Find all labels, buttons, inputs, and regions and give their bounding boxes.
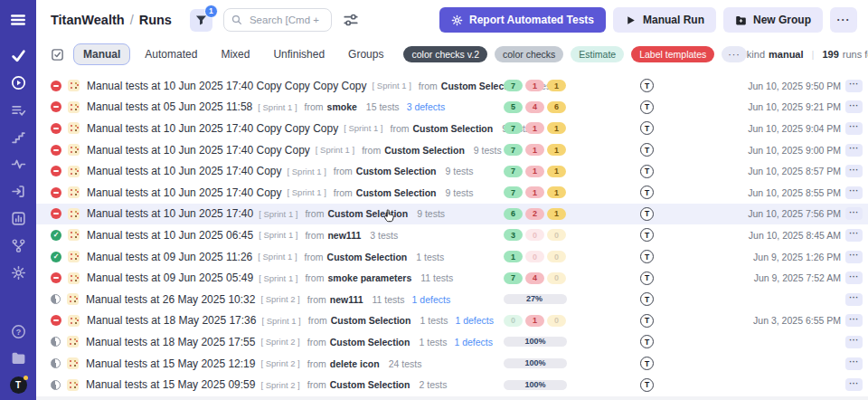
tab-unfinished[interactable]: Unfinished — [264, 44, 334, 64]
author-avatar[interactable]: T — [640, 271, 654, 285]
manual-run-button[interactable]: Manual Run — [613, 7, 716, 33]
run-defects-link[interactable]: 1 defects — [455, 315, 494, 326]
row-more-button[interactable]: ··· — [845, 207, 863, 220]
topbar-more-button[interactable]: ··· — [830, 7, 857, 33]
author-avatar[interactable]: T — [640, 186, 654, 199]
run-title[interactable]: Manual tests at 05 Jun 2025 11:58 — [87, 100, 252, 113]
row-more-button[interactable]: ··· — [845, 271, 863, 284]
run-row[interactable]: Manual tests at 26 May 2025 10:32 [ Spri… — [36, 289, 868, 310]
activity-icon[interactable] — [11, 157, 26, 172]
row-more-button[interactable]: ··· — [845, 122, 863, 135]
row-more-button[interactable]: ··· — [845, 378, 863, 391]
row-more-button[interactable]: ··· — [845, 229, 863, 242]
run-defects-link[interactable]: 3 defects — [407, 101, 446, 112]
row-more-button[interactable]: ··· — [845, 293, 863, 306]
run-row[interactable]: Manual tests at 18 May 2025 17:36 [ Spri… — [36, 310, 868, 332]
run-title[interactable]: Manual tests at 10 Jun 2025 17:40 Copy C… — [87, 122, 338, 135]
row-more-button[interactable]: ··· — [845, 80, 863, 92]
run-title[interactable]: Manual tests at 10 Jun 2025 17:40 Copy C… — [87, 144, 310, 157]
run-title[interactable]: Manual tests at 18 May 2025 17:36 — [87, 314, 256, 327]
bar-chart-icon[interactable] — [11, 211, 26, 226]
row-more-button[interactable]: ··· — [845, 165, 863, 177]
filter-chip[interactable]: color checks — [495, 46, 563, 62]
author-avatar[interactable]: T — [640, 207, 654, 221]
search-box[interactable] — [223, 8, 332, 32]
tab-automated[interactable]: Automated — [136, 44, 206, 64]
workspace-logo[interactable]: T — [10, 376, 27, 394]
row-more-button[interactable]: ··· — [845, 144, 863, 157]
select-all-icon[interactable] — [51, 48, 64, 62]
run-defects-link[interactable]: 1 defects — [412, 294, 451, 305]
run-row[interactable]: Manual tests at 10 Jun 2025 17:40 Copy C… — [36, 118, 868, 139]
author-avatar[interactable]: T — [640, 292, 654, 306]
branch-icon[interactable] — [11, 238, 26, 253]
tab-groups[interactable]: Groups — [339, 44, 392, 64]
play-circle-icon[interactable] — [11, 75, 26, 90]
author-avatar[interactable]: T — [640, 165, 654, 178]
steps-icon[interactable] — [11, 129, 26, 145]
project-name[interactable]: TitanWealth — [51, 13, 125, 27]
run-row[interactable]: Manual tests at 10 Jun 2025 06:45 [ Spri… — [36, 224, 868, 246]
row-more-button[interactable]: ··· — [845, 314, 863, 327]
filter-chip[interactable]: Estimate — [571, 46, 624, 62]
topbar: TitanWealth/Runs 1 Report Automated Test… — [36, 0, 868, 40]
tab-mixed[interactable]: Mixed — [212, 44, 259, 64]
author-avatar[interactable]: T — [640, 357, 654, 370]
run-defects-link[interactable]: 1 defects — [454, 337, 493, 348]
menu-icon[interactable] — [10, 12, 26, 28]
filter-chip[interactable]: color checks v.2 — [403, 46, 487, 62]
failed-pill: 4 — [525, 101, 544, 113]
row-more-button[interactable]: ··· — [845, 251, 863, 263]
author-avatar[interactable]: T — [640, 121, 654, 135]
gear-icon[interactable] — [11, 265, 26, 281]
run-row[interactable]: Manual tests at 10 Jun 2025 17:40 Copy C… — [36, 139, 868, 161]
run-row[interactable]: Manual tests at 05 Jun 2025 11:58 [ Spri… — [36, 97, 868, 119]
run-title[interactable]: Manual tests at 15 May 2025 12:19 — [86, 357, 255, 370]
import-icon[interactable] — [11, 184, 26, 199]
report-automated-tests-button[interactable]: Report Automated Tests — [439, 7, 606, 33]
author-avatar[interactable]: T — [640, 378, 654, 392]
passed-pill: 7 — [504, 122, 523, 134]
author-avatar[interactable]: T — [640, 250, 654, 263]
run-title[interactable]: Manual tests at 10 Jun 2025 17:40 Copy C… — [87, 80, 367, 92]
row-more-button[interactable]: ··· — [845, 336, 863, 348]
run-row[interactable]: Manual tests at 10 Jun 2025 17:40 Copy [… — [36, 182, 868, 204]
author-avatar[interactable]: T — [640, 79, 654, 92]
author-avatar[interactable]: T — [640, 143, 654, 157]
author-avatar[interactable]: T — [640, 335, 654, 348]
new-group-button[interactable]: New Group — [723, 7, 823, 33]
run-row[interactable]: Manual tests at 10 Jun 2025 17:40 Copy [… — [36, 160, 868, 182]
author-avatar[interactable]: T — [640, 314, 654, 328]
filter-chip[interactable]: Label templates — [631, 46, 714, 62]
filter-chip[interactable]: ··· — [722, 46, 747, 62]
run-row[interactable]: Manual tests at 15 May 2025 12:19 [ Spri… — [36, 353, 868, 375]
author-avatar[interactable]: T — [640, 228, 654, 242]
run-title[interactable]: Manual tests at 10 Jun 2025 17:40 — [87, 207, 253, 220]
check-icon[interactable] — [11, 48, 26, 63]
author-avatar[interactable]: T — [640, 100, 654, 114]
run-row[interactable]: Manual tests at 09 Jun 2025 11:26 [ Spri… — [36, 246, 868, 268]
run-row[interactable]: Manual tests at 15 May 2025 09:59 [ Spri… — [36, 374, 868, 395]
run-title[interactable]: Manual tests at 15 May 2025 09:59 — [86, 378, 255, 391]
run-title[interactable]: Manual tests at 10 Jun 2025 17:40 Copy — [87, 165, 281, 177]
folder-icon[interactable] — [11, 350, 26, 366]
row-more-button[interactable]: ··· — [845, 357, 863, 370]
tab-manual[interactable]: Manual — [73, 43, 130, 65]
run-title[interactable]: Manual tests at 10 Jun 2025 17:40 Copy — [87, 186, 281, 199]
run-title[interactable]: Manual tests at 09 Jun 2025 05:49 — [87, 271, 253, 284]
row-more-button[interactable]: ··· — [845, 100, 863, 113]
run-title[interactable]: Manual tests at 18 May 2025 17:55 — [86, 336, 255, 348]
run-row[interactable]: Manual tests at 09 Jun 2025 05:49 [ Spri… — [36, 267, 868, 289]
run-title[interactable]: Manual tests at 10 Jun 2025 06:45 — [87, 229, 253, 242]
search-input[interactable] — [248, 14, 324, 26]
view-settings-button[interactable] — [343, 12, 359, 28]
run-row[interactable]: Manual tests at 10 Jun 2025 17:40 [ Spri… — [36, 204, 868, 225]
run-title[interactable]: Manual tests at 09 Jun 2025 11:26 — [87, 251, 252, 263]
row-more-button[interactable]: ··· — [845, 186, 863, 199]
run-row[interactable]: Manual tests at 10 Jun 2025 17:40 Copy C… — [36, 75, 868, 97]
list-check-icon[interactable] — [11, 102, 26, 118]
run-row[interactable]: Manual tests at 18 May 2025 17:55 [ Spri… — [36, 331, 868, 353]
run-title[interactable]: Manual tests at 26 May 2025 10:32 — [86, 293, 255, 306]
filter-button[interactable]: 1 — [190, 9, 212, 32]
help-icon[interactable]: ? — [11, 324, 26, 339]
